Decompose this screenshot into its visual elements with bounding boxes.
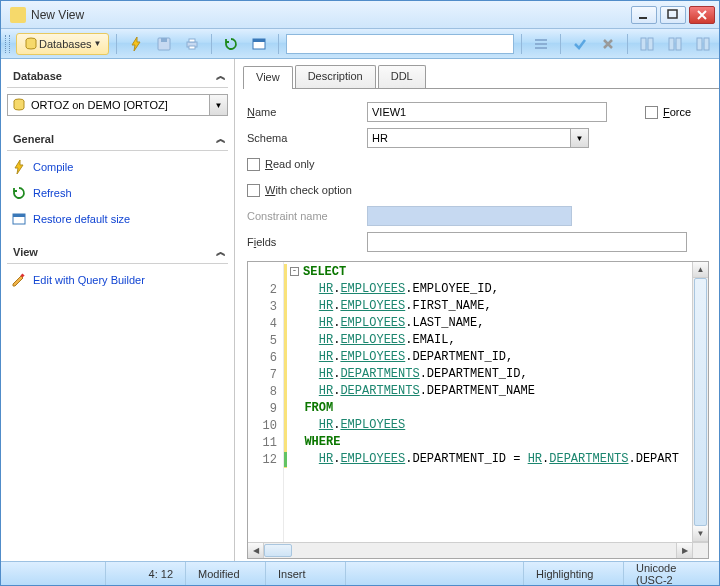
chevron-up-icon: ︽: [216, 132, 226, 146]
restore-size-button[interactable]: [247, 33, 271, 55]
save-icon: [156, 36, 172, 52]
content-area: View Description DDL NNameame Force Forc…: [235, 59, 719, 561]
svg-rect-14: [648, 38, 653, 50]
force-checkbox[interactable]: [645, 106, 658, 119]
name-label: NNameame: [247, 106, 367, 118]
print-icon: [184, 36, 200, 52]
compile-button[interactable]: [124, 33, 148, 55]
database-icon: [23, 36, 39, 52]
svg-rect-16: [676, 38, 681, 50]
refresh-button[interactable]: [219, 33, 243, 55]
window-title: New View: [31, 8, 631, 22]
editor-code[interactable]: -SELECT HR.EMPLOYEES.EMPLOYEE_ID, HR.EMP…: [284, 262, 692, 542]
tab-ddl[interactable]: DDL: [378, 65, 426, 88]
maximize-icon: [665, 7, 681, 23]
app-icon: [10, 7, 26, 23]
tb-nav-next[interactable]: [691, 33, 715, 55]
save-button[interactable]: [152, 33, 176, 55]
first-icon: [639, 36, 655, 52]
chevron-down-icon: ▼: [94, 39, 102, 48]
lightning-icon: [128, 36, 144, 52]
databases-dropdown[interactable]: Databases ▼: [16, 33, 109, 55]
fields-label: FieldsFields: [247, 236, 367, 248]
chevron-down-icon[interactable]: ▼: [210, 94, 228, 116]
cancel-button[interactable]: [596, 33, 620, 55]
statusbar: 4: 12 Modified Insert Highlighting Unico…: [1, 561, 719, 585]
edit-query-builder-link[interactable]: Edit with Query Builder: [7, 270, 228, 290]
group-view-header[interactable]: View ︽: [7, 241, 228, 264]
tb-nav-prev[interactable]: [663, 33, 687, 55]
checkoption-checkbox[interactable]: [247, 184, 260, 197]
svg-rect-18: [704, 38, 709, 50]
status-empty: [1, 562, 106, 585]
svg-rect-1: [668, 10, 677, 18]
status-position: 4: 12: [106, 562, 186, 585]
sidebar: Database ︽ ORTOZ on DEMO [ORTOZ] ▼ Gener: [1, 59, 235, 561]
fields-input[interactable]: [367, 232, 687, 252]
svg-rect-10: [535, 39, 547, 41]
chevron-up-icon: ︽: [216, 69, 226, 83]
status-highlighting[interactable]: Highlighting: [524, 562, 624, 585]
databases-label: Databases: [39, 38, 92, 50]
svg-rect-21: [13, 214, 25, 217]
window-icon: [251, 36, 267, 52]
constraint-label: Constraint name: [247, 210, 367, 222]
minimize-icon: [636, 7, 652, 23]
status-insert: Insert: [266, 562, 346, 585]
readonly-label: Read only: [265, 158, 315, 170]
tab-description[interactable]: Description: [295, 65, 376, 88]
svg-rect-15: [669, 38, 674, 50]
window-frame: New View Databases ▼: [0, 0, 720, 586]
group-database-header[interactable]: Database ︽: [7, 65, 228, 88]
svg-rect-0: [639, 17, 647, 19]
restore-size-link[interactable]: Restore default size: [7, 209, 228, 229]
constraint-input: [367, 206, 572, 226]
schema-select[interactable]: HR ▼: [367, 128, 589, 148]
tb-action-1[interactable]: [529, 33, 553, 55]
chevron-down-icon: ▼: [570, 129, 588, 147]
refresh-icon: [11, 185, 27, 201]
toolbar-grip[interactable]: [5, 35, 10, 53]
minimize-button[interactable]: [631, 6, 657, 24]
chevron-up-icon: ︽: [216, 245, 226, 259]
prev-icon: [667, 36, 683, 52]
object-combo[interactable]: [286, 34, 514, 54]
refresh-link[interactable]: Refresh: [7, 183, 228, 203]
horizontal-scrollbar[interactable]: ◀ ▶: [248, 542, 708, 558]
tab-view[interactable]: View: [243, 66, 293, 89]
svg-rect-17: [697, 38, 702, 50]
database-selector[interactable]: ORTOZ on DEMO [ORTOZ] ▼: [7, 94, 228, 116]
titlebar[interactable]: New View: [1, 1, 719, 29]
svg-rect-7: [189, 46, 195, 49]
scroll-right-icon[interactable]: ▶: [676, 543, 692, 558]
svg-rect-6: [189, 39, 195, 42]
refresh-icon: [223, 36, 239, 52]
name-input[interactable]: [367, 102, 607, 122]
schema-label: Schema: [247, 132, 367, 144]
svg-rect-12: [535, 47, 547, 49]
main-toolbar: Databases ▼: [1, 29, 719, 59]
apply-button[interactable]: [568, 33, 592, 55]
database-icon: [11, 97, 27, 113]
svg-rect-13: [641, 38, 646, 50]
scroll-down-icon[interactable]: ▼: [693, 526, 708, 542]
close-button[interactable]: [689, 6, 715, 24]
vertical-scrollbar[interactable]: ▲ ▼: [692, 262, 708, 542]
readonly-checkbox[interactable]: [247, 158, 260, 171]
status-spacer: [346, 562, 524, 585]
svg-rect-11: [535, 43, 547, 45]
scroll-up-icon[interactable]: ▲: [693, 262, 708, 278]
sql-editor[interactable]: 23456789101112 -SELECT HR.EMPLOYEES.EMPL…: [247, 261, 709, 559]
force-label: Force: [663, 106, 691, 118]
tb-nav-first[interactable]: [635, 33, 659, 55]
x-icon: [600, 36, 616, 52]
status-encoding[interactable]: Unicode (USC-2: [624, 562, 719, 585]
scroll-left-icon[interactable]: ◀: [248, 543, 264, 558]
form-area: NNameame Force Force Schema HR ▼: [243, 89, 719, 261]
maximize-button[interactable]: [660, 6, 686, 24]
compile-link[interactable]: Compile: [7, 157, 228, 177]
print-button[interactable]: [180, 33, 204, 55]
lightning-icon: [11, 159, 27, 175]
svg-rect-4: [161, 38, 167, 42]
group-general-header[interactable]: General ︽: [7, 128, 228, 151]
